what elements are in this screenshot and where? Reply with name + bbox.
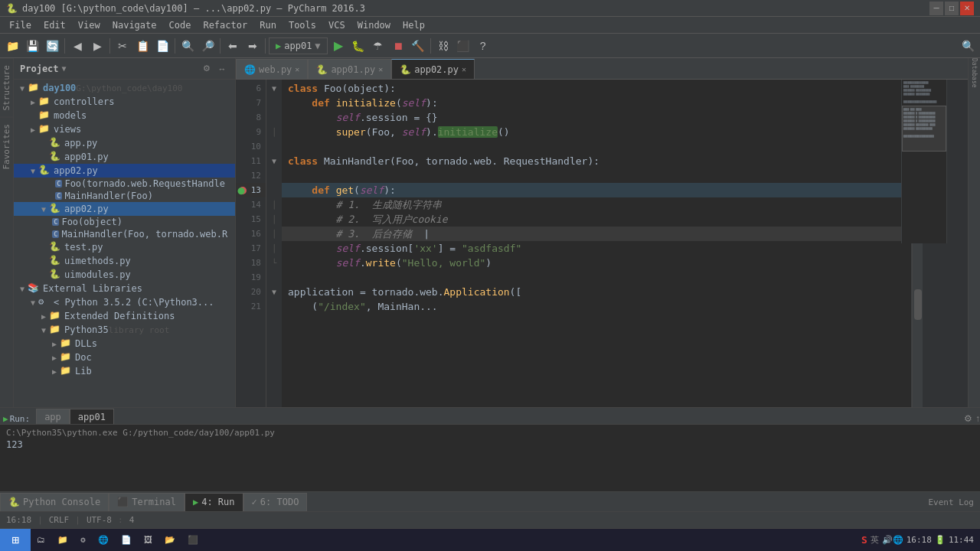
bottom-tool-tab-run[interactable]: ▶ 4: Run [185, 493, 243, 511]
taskbar-item-8[interactable]: ⬛ [181, 530, 204, 551]
tree-item-app01[interactable]: 🐍 app01.py [14, 150, 235, 164]
terminal-button[interactable]: ⬛ [454, 37, 472, 55]
toolbar-cut-btn[interactable]: ✂ [113, 37, 132, 55]
menu-tools[interactable]: Tools [283, 18, 322, 32]
taskbar-icon-5: 📄 [121, 535, 132, 545]
menu-view[interactable]: View [72, 18, 106, 32]
toolbar-copy-btn[interactable]: 📋 [133, 37, 152, 55]
bottom-tab-app01[interactable]: app01 [70, 409, 114, 424]
menu-vcs[interactable]: VCS [322, 18, 351, 32]
taskbar-item-explorer[interactable]: 🗂 [31, 530, 51, 551]
menu-refactor[interactable]: Refactor [197, 18, 253, 32]
taskbar-item-3[interactable]: ⚙ [74, 530, 92, 551]
tree-item-mainhandler1[interactable]: C MainHandler(Foo) [14, 190, 235, 202]
tree-item-models[interactable]: 📁 models [14, 109, 235, 122]
bottom-tab-app[interactable]: app [36, 409, 70, 424]
menu-window[interactable]: Window [351, 18, 397, 32]
menu-help[interactable]: Help [397, 18, 431, 32]
toolbar-find-btn[interactable]: 🔎 [198, 37, 217, 55]
vcs-button[interactable]: ⛓ [434, 37, 452, 55]
project-panel-settings[interactable]: ⚙ [200, 62, 214, 76]
taskbar-item-browser[interactable]: 🌐 [92, 530, 115, 551]
tree-item-dlls[interactable]: ▶ 📁 DLLs [14, 337, 235, 350]
tree-item-external-libs[interactable]: ▼ 📚 External Libraries [14, 282, 235, 295]
bottom-tool-tab-console[interactable]: 🐍 Python Console [0, 493, 109, 511]
build-button[interactable]: 🔨 [409, 37, 427, 55]
tab-app02-close[interactable]: ✕ [462, 65, 466, 73]
toolbar-back-btn[interactable]: ◀ [68, 37, 87, 55]
toolbar-paste-btn[interactable]: 📄 [153, 37, 172, 55]
tab-app01[interactable]: 🐍 app01.py ✕ [308, 59, 391, 79]
bottom-settings-btn[interactable]: ⚙ [964, 413, 972, 424]
tree-item-extended-defs[interactable]: ▶ 📁 Extended Definitions [14, 309, 235, 323]
fold-20[interactable]: ▼ [266, 285, 282, 299]
menu-file[interactable]: File [3, 18, 38, 32]
minimize-button[interactable]: ─ [929, 2, 943, 15]
run-config-selector[interactable]: ▶ app01 ▼ [269, 37, 328, 54]
toolbar-forward-btn[interactable]: ▶ [88, 37, 106, 55]
maximize-button[interactable]: □ [945, 2, 959, 15]
tree-item-python35-root[interactable]: ▼ 📁 Python35 library root [14, 323, 235, 337]
stop-button[interactable]: ⏹ [389, 37, 407, 55]
project-panel-collapse[interactable]: ↔ [215, 62, 229, 76]
menu-navigate[interactable]: Navigate [106, 18, 163, 32]
taskbar-item-2[interactable]: 📁 [51, 530, 74, 551]
tab-app01-close[interactable]: ✕ [378, 65, 383, 73]
tree-item-views[interactable]: ▶ 📁 views [14, 122, 235, 136]
toolbar-next-btn[interactable]: ➡ [243, 37, 262, 55]
tab-app02[interactable]: 🐍 app02.py ✕ [391, 59, 475, 79]
project-panel-dropdown[interactable]: ▼ [62, 64, 67, 73]
tab-web-close[interactable]: ✕ [295, 65, 299, 73]
bottom-tool-tab-terminal[interactable]: ⬛ Terminal [109, 493, 185, 511]
tree-root[interactable]: ▼ 📁 day100 G:\python_code\day100 [14, 81, 235, 95]
start-button[interactable]: ⊞ [0, 529, 31, 552]
bottom-expand-btn[interactable]: ↑ [975, 413, 980, 424]
search-everywhere-btn[interactable]: 🔍 [959, 37, 977, 55]
status-encoding[interactable]: UTF-8 [87, 515, 112, 525]
menu-run[interactable]: Run [253, 18, 283, 32]
taskbar-item-7[interactable]: 📂 [158, 530, 181, 551]
fold-11[interactable]: ▼ [266, 154, 282, 168]
code-editor[interactable]: 6 7 8 9 10 11 12 ⬤ 13 14 15 [236, 80, 968, 407]
event-log-btn[interactable]: Event Log [928, 497, 974, 507]
tree-item-app[interactable]: 🐍 app.py [14, 136, 235, 150]
tree-item-app02b[interactable]: ▼ 🐍 app02.py [14, 202, 235, 216]
structure-tab[interactable]: Structure [0, 58, 13, 117]
tab-web[interactable]: 🌐 web.py ✕ [236, 59, 308, 79]
tree-item-doc[interactable]: ▶ 📁 Doc [14, 350, 235, 364]
taskbar-item-6[interactable]: 🖼 [138, 530, 158, 551]
toolbar-project-btn[interactable]: 📁 [3, 37, 21, 55]
toolbar-save-btn[interactable]: 💾 [23, 37, 41, 55]
database-tab[interactable]: Database [969, 61, 980, 84]
tree-item-uimodules[interactable]: 🐍 uimodules.py [14, 268, 235, 282]
status-crlf[interactable]: CRLF [49, 515, 70, 525]
tabs-bar: 🌐 web.py ✕ 🐍 app01.py ✕ 🐍 app02.py ✕ [236, 58, 968, 80]
scroll-thumb[interactable] [914, 289, 922, 320]
right-scrollbar[interactable] [912, 243, 923, 407]
menu-edit[interactable]: Edit [38, 18, 72, 32]
tree-item-test[interactable]: 🐍 test.py [14, 240, 235, 254]
debug-button[interactable]: 🐛 [349, 37, 368, 55]
tree-item-foo1[interactable]: C Foo(tornado.web.RequestHandle [14, 178, 235, 190]
help-button[interactable]: ? [474, 37, 492, 55]
tree-item-foo2[interactable]: C Foo(object) [14, 216, 235, 228]
code-content[interactable]: class Foo(object): def initialize(self):… [282, 80, 911, 407]
tree-item-mainhandler2[interactable]: C MainHandler(Foo, tornado.web.R [14, 228, 235, 240]
run-button[interactable]: ▶ [329, 37, 348, 55]
tree-item-python352[interactable]: ▼ ⚙ < Python 3.5.2 (C:\Python3... [14, 295, 235, 309]
favorites-tab[interactable]: Favorites [0, 117, 13, 176]
menu-code[interactable]: Code [163, 18, 198, 32]
taskbar-item-5[interactable]: 📄 [115, 530, 138, 551]
system-tray: S 英 🔊🌐 16:18 🔋 11:44 [861, 534, 980, 546]
toolbar-prev-btn[interactable]: ⬅ [224, 37, 242, 55]
coverage-button[interactable]: ☂ [369, 37, 387, 55]
bottom-tool-tab-todo[interactable]: ✓ 6: TODO [243, 493, 308, 511]
fold-6[interactable]: ▼ [266, 81, 282, 96]
tree-item-controllers[interactable]: ▶ 📁 controllers [14, 95, 235, 109]
toolbar-sync-btn[interactable]: 🔄 [43, 37, 61, 55]
tree-item-lib[interactable]: ▶ 📁 Lib [14, 364, 235, 378]
toolbar-search-btn[interactable]: 🔍 [178, 37, 197, 55]
tree-item-app02[interactable]: ▼ 🐍 app02.py [14, 164, 235, 178]
tree-item-uimethods[interactable]: 🐍 uimethods.py [14, 254, 235, 268]
close-button[interactable]: ✕ [960, 2, 974, 15]
